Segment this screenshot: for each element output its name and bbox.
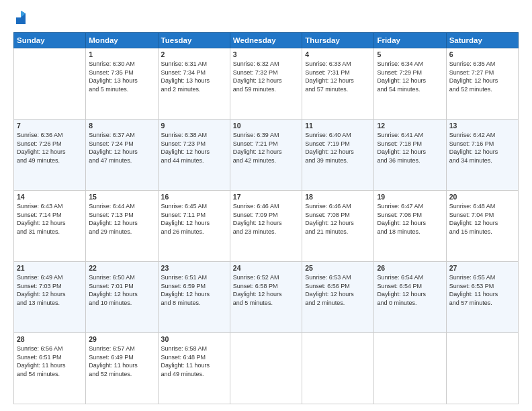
calendar-week-row: 7Sunrise: 6:36 AMSunset: 7:26 PMDaylight… — [14, 120, 519, 191]
day-info: Sunrise: 6:35 AMSunset: 7:27 PMDaylight:… — [449, 60, 515, 93]
day-number: 13 — [449, 122, 515, 130]
day-number: 14 — [17, 193, 83, 201]
calendar-cell: 13Sunrise: 6:42 AMSunset: 7:16 PMDayligh… — [446, 120, 518, 191]
day-info: Sunrise: 6:44 AMSunset: 7:13 PMDaylight:… — [89, 202, 154, 236]
day-number: 26 — [377, 264, 443, 272]
calendar-cell: 14Sunrise: 6:43 AMSunset: 7:14 PMDayligh… — [14, 191, 86, 262]
day-info: Sunrise: 6:40 AMSunset: 7:19 PMDaylight:… — [305, 131, 371, 165]
day-info: Sunrise: 6:31 AMSunset: 7:34 PMDaylight:… — [161, 60, 227, 93]
day-number: 22 — [89, 264, 154, 272]
day-info: Sunrise: 6:47 AMSunset: 7:06 PMDaylight:… — [377, 202, 443, 236]
day-number: 19 — [377, 193, 443, 201]
calendar-cell: 6Sunrise: 6:35 AMSunset: 7:27 PMDaylight… — [446, 48, 518, 120]
calendar-cell: 30Sunrise: 6:58 AMSunset: 6:48 PMDayligh… — [158, 333, 230, 404]
calendar-cell: 10Sunrise: 6:39 AMSunset: 7:21 PMDayligh… — [230, 120, 302, 191]
logo — [13, 12, 27, 26]
day-info: Sunrise: 6:57 AMSunset: 6:49 PMDaylight:… — [89, 345, 154, 378]
day-info: Sunrise: 6:42 AMSunset: 7:16 PMDaylight:… — [449, 131, 515, 165]
calendar-cell: 21Sunrise: 6:49 AMSunset: 7:03 PMDayligh… — [14, 262, 86, 333]
calendar-cell: 22Sunrise: 6:50 AMSunset: 7:01 PMDayligh… — [86, 262, 158, 333]
day-info: Sunrise: 6:53 AMSunset: 6:56 PMDaylight:… — [305, 273, 371, 307]
day-info: Sunrise: 6:39 AMSunset: 7:21 PMDaylight:… — [233, 131, 299, 165]
day-info: Sunrise: 6:54 AMSunset: 6:54 PMDaylight:… — [377, 273, 443, 307]
calendar-cell: 28Sunrise: 6:56 AMSunset: 6:51 PMDayligh… — [14, 333, 86, 404]
day-number: 18 — [305, 193, 371, 201]
day-number: 9 — [161, 122, 227, 130]
day-number: 21 — [17, 264, 83, 272]
calendar-week-row: 1Sunrise: 6:30 AMSunset: 7:35 PMDaylight… — [14, 48, 519, 120]
day-number: 10 — [233, 122, 299, 130]
calendar-cell: 3Sunrise: 6:32 AMSunset: 7:32 PMDaylight… — [230, 48, 302, 120]
day-info: Sunrise: 6:37 AMSunset: 7:24 PMDaylight:… — [89, 131, 154, 165]
calendar-cell: 24Sunrise: 6:52 AMSunset: 6:58 PMDayligh… — [230, 262, 302, 333]
calendar-cell: 1Sunrise: 6:30 AMSunset: 7:35 PMDaylight… — [86, 48, 158, 120]
day-number: 28 — [17, 335, 83, 343]
day-number: 7 — [17, 122, 83, 130]
day-number: 12 — [377, 122, 443, 130]
day-info: Sunrise: 6:38 AMSunset: 7:23 PMDaylight:… — [161, 131, 227, 165]
day-info: Sunrise: 6:58 AMSunset: 6:48 PMDaylight:… — [161, 345, 227, 378]
day-number: 8 — [89, 122, 154, 130]
calendar-cell: 20Sunrise: 6:48 AMSunset: 7:04 PMDayligh… — [446, 191, 518, 262]
day-number: 25 — [305, 264, 371, 272]
logo-icon — [15, 11, 27, 26]
day-info: Sunrise: 6:34 AMSunset: 7:29 PMDaylight:… — [377, 60, 443, 93]
calendar-header-row: SundayMondayTuesdayWednesdayThursdayFrid… — [14, 33, 519, 48]
day-info: Sunrise: 6:46 AMSunset: 7:08 PMDaylight:… — [305, 202, 371, 236]
calendar-cell: 25Sunrise: 6:53 AMSunset: 6:56 PMDayligh… — [302, 262, 374, 333]
calendar-header-sunday: Sunday — [14, 33, 86, 48]
calendar-cell: 8Sunrise: 6:37 AMSunset: 7:24 PMDaylight… — [86, 120, 158, 191]
day-info: Sunrise: 6:51 AMSunset: 6:59 PMDaylight:… — [161, 273, 227, 307]
calendar-cell: 12Sunrise: 6:41 AMSunset: 7:18 PMDayligh… — [374, 120, 446, 191]
day-number: 1 — [89, 50, 154, 58]
calendar-cell: 7Sunrise: 6:36 AMSunset: 7:26 PMDaylight… — [14, 120, 86, 191]
calendar-cell: 18Sunrise: 6:46 AMSunset: 7:08 PMDayligh… — [302, 191, 374, 262]
calendar-cell: 4Sunrise: 6:33 AMSunset: 7:31 PMDaylight… — [302, 48, 374, 120]
calendar-week-row: 28Sunrise: 6:56 AMSunset: 6:51 PMDayligh… — [14, 333, 519, 404]
calendar-week-row: 14Sunrise: 6:43 AMSunset: 7:14 PMDayligh… — [14, 191, 519, 262]
day-number: 11 — [305, 122, 371, 130]
day-info: Sunrise: 6:56 AMSunset: 6:51 PMDaylight:… — [17, 345, 83, 378]
day-number: 30 — [161, 335, 227, 343]
calendar-cell: 23Sunrise: 6:51 AMSunset: 6:59 PMDayligh… — [158, 262, 230, 333]
day-number: 15 — [89, 193, 154, 201]
calendar-week-row: 21Sunrise: 6:49 AMSunset: 7:03 PMDayligh… — [14, 262, 519, 333]
calendar-cell: 11Sunrise: 6:40 AMSunset: 7:19 PMDayligh… — [302, 120, 374, 191]
calendar-cell: 16Sunrise: 6:45 AMSunset: 7:11 PMDayligh… — [158, 191, 230, 262]
calendar-header-saturday: Saturday — [446, 33, 518, 48]
calendar-cell: 5Sunrise: 6:34 AMSunset: 7:29 PMDaylight… — [374, 48, 446, 120]
calendar-header-wednesday: Wednesday — [230, 33, 302, 48]
day-info: Sunrise: 6:45 AMSunset: 7:11 PMDaylight:… — [161, 202, 227, 236]
calendar-cell: 19Sunrise: 6:47 AMSunset: 7:06 PMDayligh… — [374, 191, 446, 262]
calendar-cell: 15Sunrise: 6:44 AMSunset: 7:13 PMDayligh… — [86, 191, 158, 262]
day-number: 17 — [233, 193, 299, 201]
calendar-header-monday: Monday — [86, 33, 158, 48]
day-info: Sunrise: 6:46 AMSunset: 7:09 PMDaylight:… — [233, 202, 299, 236]
day-info: Sunrise: 6:55 AMSunset: 6:53 PMDaylight:… — [449, 273, 515, 307]
calendar-cell — [14, 48, 86, 120]
day-number: 16 — [161, 193, 227, 201]
day-info: Sunrise: 6:30 AMSunset: 7:35 PMDaylight:… — [89, 60, 154, 93]
calendar-cell: 29Sunrise: 6:57 AMSunset: 6:49 PMDayligh… — [86, 333, 158, 404]
calendar-cell: 9Sunrise: 6:38 AMSunset: 7:23 PMDaylight… — [158, 120, 230, 191]
calendar-header-friday: Friday — [374, 33, 446, 48]
day-number: 3 — [233, 50, 299, 58]
calendar-cell — [230, 333, 302, 404]
calendar-cell — [374, 333, 446, 404]
day-number: 4 — [305, 50, 371, 58]
day-number: 20 — [449, 193, 515, 201]
calendar-cell: 26Sunrise: 6:54 AMSunset: 6:54 PMDayligh… — [374, 262, 446, 333]
calendar-cell: 17Sunrise: 6:46 AMSunset: 7:09 PMDayligh… — [230, 191, 302, 262]
day-info: Sunrise: 6:41 AMSunset: 7:18 PMDaylight:… — [377, 131, 443, 165]
calendar-table: SundayMondayTuesdayWednesdayThursdayFrid… — [13, 32, 519, 404]
calendar-cell: 27Sunrise: 6:55 AMSunset: 6:53 PMDayligh… — [446, 262, 518, 333]
calendar-cell — [446, 333, 518, 404]
day-number: 24 — [233, 264, 299, 272]
day-info: Sunrise: 6:52 AMSunset: 6:58 PMDaylight:… — [233, 273, 299, 307]
calendar-cell — [302, 333, 374, 404]
header — [13, 12, 519, 26]
day-info: Sunrise: 6:48 AMSunset: 7:04 PMDaylight:… — [449, 202, 515, 236]
day-number: 2 — [161, 50, 227, 58]
day-info: Sunrise: 6:43 AMSunset: 7:14 PMDaylight:… — [17, 202, 83, 236]
calendar-cell: 2Sunrise: 6:31 AMSunset: 7:34 PMDaylight… — [158, 48, 230, 120]
